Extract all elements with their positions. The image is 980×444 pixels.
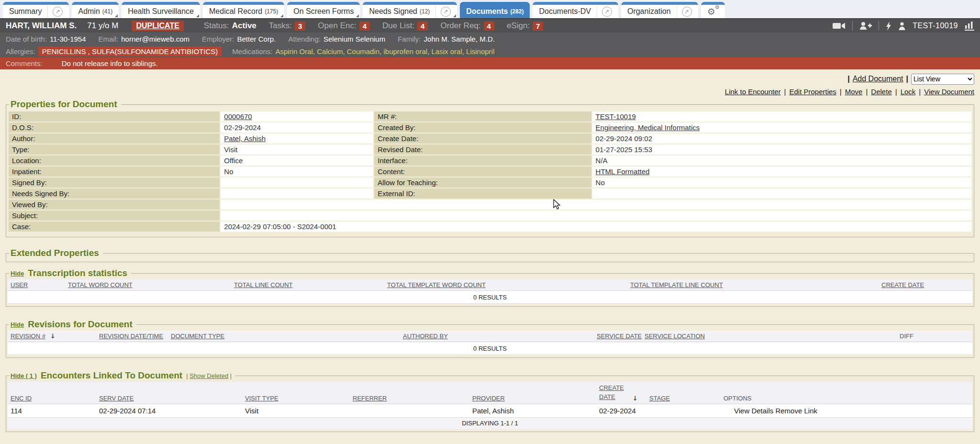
column-header[interactable]: VISIT TYPE [242,382,350,404]
column-header[interactable]: SERV DATE [96,382,242,404]
video-camera-icon[interactable] [833,22,846,30]
column-header[interactable]: DOCUMENT TYPE [168,331,400,342]
column-header: OPTIONS [721,382,972,404]
empty-results-text: 0 RESULTS [8,342,972,355]
tab-admin[interactable]: Admin (41) [72,2,119,18]
remove-link[interactable]: Remove Link [775,407,817,415]
tab-documents-dv[interactable]: Documents-DV ↗ [533,2,618,18]
popout-icon[interactable]: ↗ [441,7,451,17]
view-document-link[interactable]: View Document [924,88,974,96]
column-header[interactable]: TOTAL TEMPLATE LINE COUNT [627,279,879,291]
hide-revisions-link[interactable]: Hide [11,321,24,328]
show-deleted-link[interactable]: Show Deleted [189,372,228,379]
encounter-row[interactable]: 114 02-29-2024 07:14 Visit Patel, Ashish… [8,404,972,417]
open-enc-counter[interactable]: Open Enc: 4 [318,21,370,31]
column-header[interactable]: SERVICE LOCATION [642,331,897,342]
popout-icon[interactable]: ↗ [682,7,692,17]
tab-health-surveillance[interactable]: Health Surveillance [122,2,200,18]
due-list-counter[interactable]: Due List: 4 [382,21,428,31]
sort-desc-icon[interactable]: ↓ [633,395,638,402]
open-enc-count-badge[interactable]: 4 [359,22,370,31]
column-header[interactable]: REVISION #↓ [8,331,96,342]
content-format-link[interactable]: HTML Formatted [596,167,650,176]
view-details-link[interactable]: View Details [734,407,773,415]
medication-link[interactable]: Aspirin Oral [276,47,317,56]
order-req-counter[interactable]: Order Req: 4 [440,21,494,31]
revisions-section: Hide Revisions for Document REVISION #↓ … [6,319,974,358]
property-label: Allow for Teaching: [374,178,591,188]
column-header[interactable]: TOTAL LINE COUNT [231,279,384,291]
displaying-text: DISPLAYING 1-1 / 1 [8,417,972,429]
duplicate-badge[interactable]: DUPLICATE [132,21,183,31]
column-header[interactable]: TOTAL WORD COUNT [65,279,231,291]
column-header[interactable]: CREATE DATE [879,279,972,291]
column-header[interactable]: TOTAL TEMPLATE WORD COUNT [384,279,627,291]
tab-summary[interactable]: Summary ↗ [3,2,69,18]
document-actions: Link to Encounter| Edit Properties| Move… [6,86,974,97]
serv-date-cell: 02-29-2024 07:14 [96,404,242,417]
tab-medical-record[interactable]: Medical Record (175) [203,2,284,18]
link-to-encounter-link[interactable]: Link to Encounter [725,88,781,96]
tab-needs-signed[interactable]: Needs Signed (12) ↗ [363,2,457,18]
medication-link[interactable]: Lasix oral [432,47,467,56]
property-label: MR #: [374,111,591,122]
revisions-title: Revisions for Document [28,319,133,330]
delete-link[interactable]: Delete [871,88,891,96]
due-list-count-badge[interactable]: 4 [417,22,428,31]
document-id-link[interactable]: 0000670 [224,112,252,121]
lock-link[interactable]: Lock [901,88,916,96]
encounters-table: ENC ID SERV DATE VISIT TYPE REFERRER PRO… [8,382,972,429]
column-header[interactable]: USER [8,279,65,291]
author-link[interactable]: Patel, Ashish [224,134,266,143]
tab-documents-active[interactable]: Documents (282) [460,2,530,18]
edit-properties-link[interactable]: Edit Properties [789,88,836,96]
hide-transcription-link[interactable]: Hide [11,270,24,277]
allergy-badge[interactable]: PENICILLINS , SULFA(SULFONAMIDE ANTIBIOT… [38,46,222,56]
column-header[interactable]: REVISION DATE/TIME [96,331,168,342]
enc-id-cell: 114 [8,404,96,417]
bar-chart-icon[interactable] [965,22,974,31]
tab-organization[interactable]: Organization ↗ [621,2,698,18]
extended-properties-section: Extended Properties [6,248,974,262]
order-req-count-badge[interactable]: 4 [484,22,494,31]
tab-count: (12) [420,8,430,15]
property-value: 02-29-2024 09:02 [592,133,971,144]
encounters-title: Encounters Linked To Document [41,370,182,381]
tasks-counter[interactable]: Tasks: 3 [269,21,306,31]
esign-count-badge[interactable]: 7 [533,22,543,31]
move-link[interactable]: Move [845,88,863,96]
esign-counter[interactable]: eSign: 7 [507,21,544,31]
medication-link[interactable]: Calcium [317,47,347,56]
created-by-link[interactable]: Engineering, Medical Informatics [596,123,700,132]
column-header[interactable]: STAGE [646,382,721,404]
popout-icon[interactable]: ↗ [602,7,612,17]
column-header[interactable]: PROVIDER [469,382,596,404]
tab-label: On Screen Forms [293,7,354,16]
column-header[interactable]: CREATE DATE↓ [596,382,646,404]
property-value: HTML Formatted [592,166,971,177]
lightning-bolt-icon[interactable] [886,22,891,31]
mr-number-link[interactable]: TEST-10019 [596,112,636,121]
property-row-dos: D.O.S: 02-29-2024 Created By: Engineerin… [9,122,971,133]
sort-desc-icon[interactable]: ↓ [50,333,56,340]
view-mode-select[interactable]: List View [911,74,974,85]
property-value: Visit [221,144,373,155]
add-document-link[interactable]: Add Document [853,75,903,83]
transcription-statistics-legend: Hide Transcription statistics [9,268,131,278]
add-user-icon[interactable] [859,22,872,30]
column-header[interactable]: AUTHORED BY [400,331,594,342]
hide-encounters-link[interactable]: Hide ( 1 ) [11,372,37,379]
property-value: TEST-10019 [592,111,971,122]
medication-link[interactable]: ibuprofen oral [383,47,431,56]
column-header[interactable]: REFERRER [350,382,469,404]
medication-link[interactable]: Lisinopril [466,47,494,56]
medication-link[interactable]: Coumadin [347,47,384,56]
patient-header-bar: HART, WILLIAM S. 71 y/o M DUPLICATE Stat… [0,18,980,33]
column-header[interactable]: SERVICE DATE [594,331,642,342]
popout-icon[interactable]: ↗ [53,7,63,17]
tasks-count-badge[interactable]: 3 [295,22,305,31]
tab-settings[interactable]: ⚙ ⚙ [701,2,725,18]
empty-results-text: 0 RESULTS [8,291,972,304]
tab-on-screen-forms[interactable]: On Screen Forms [287,2,360,18]
column-header[interactable]: ENC ID [8,382,96,404]
